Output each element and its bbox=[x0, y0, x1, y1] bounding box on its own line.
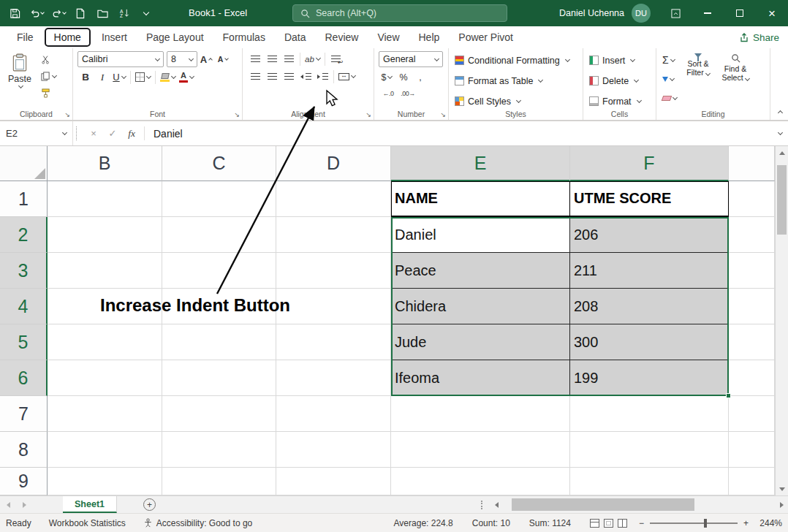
font-color-button[interactable]: A bbox=[178, 69, 195, 85]
cell-D5[interactable] bbox=[276, 324, 391, 360]
cell-blank-1[interactable] bbox=[729, 181, 775, 217]
row-header-9[interactable]: 9 bbox=[0, 468, 48, 495]
cell-blank-7[interactable] bbox=[729, 396, 775, 432]
hscroll-left-button[interactable] bbox=[490, 496, 503, 513]
ribbon-tab-insert[interactable]: Insert bbox=[92, 26, 137, 48]
normal-view-button[interactable] bbox=[590, 519, 599, 528]
italic-button[interactable]: I bbox=[94, 69, 110, 85]
ribbon-tab-help[interactable]: Help bbox=[409, 26, 450, 48]
undo-button[interactable] bbox=[26, 3, 47, 23]
vscroll-thumb[interactable] bbox=[777, 165, 787, 235]
row-header-7[interactable]: 7 bbox=[0, 396, 48, 432]
cell-D8[interactable] bbox=[276, 432, 391, 468]
merge-center-button[interactable] bbox=[337, 69, 357, 84]
new-file-button[interactable] bbox=[70, 3, 91, 23]
cell-C1[interactable] bbox=[162, 181, 276, 217]
cell-E4[interactable]: Chidera bbox=[391, 289, 570, 324]
ribbon-tab-formulas[interactable]: Formulas bbox=[213, 26, 275, 48]
sort-filter-button[interactable]: Sort & Filter bbox=[681, 51, 716, 107]
cell-blank-8[interactable] bbox=[729, 432, 775, 468]
cell-B3[interactable] bbox=[48, 253, 162, 289]
customize-quick-access-button[interactable] bbox=[136, 3, 156, 23]
zoom-slider-thumb[interactable] bbox=[704, 519, 707, 528]
vscroll-down-button[interactable] bbox=[776, 482, 788, 495]
close-button[interactable]: × bbox=[756, 0, 788, 26]
ribbon-tab-data[interactable]: Data bbox=[275, 26, 316, 48]
cell-B5[interactable] bbox=[48, 324, 162, 360]
cell-blank-3[interactable] bbox=[729, 253, 775, 289]
formula-bar-expand-button[interactable] bbox=[770, 121, 788, 145]
underline-button[interactable]: U bbox=[111, 69, 127, 85]
zoom-in-button[interactable]: + bbox=[743, 518, 749, 528]
formula-input[interactable]: Daniel bbox=[148, 128, 770, 140]
fill-button[interactable] bbox=[661, 70, 678, 88]
cell-blank-6[interactable] bbox=[729, 360, 775, 396]
format-painter-button[interactable] bbox=[39, 85, 61, 101]
insert-cells-button[interactable]: Insert bbox=[588, 51, 651, 69]
cell-E2[interactable]: Daniel bbox=[391, 217, 570, 253]
cell-blank-4[interactable] bbox=[729, 289, 775, 324]
cell-E7[interactable] bbox=[391, 396, 570, 432]
cell-C3[interactable] bbox=[162, 253, 276, 289]
collapse-ribbon-button[interactable] bbox=[776, 106, 782, 117]
cell-C5[interactable] bbox=[162, 324, 276, 360]
cell-B7[interactable] bbox=[48, 396, 162, 432]
column-header-B[interactable]: B bbox=[48, 146, 162, 181]
scrollbar-resize-handle[interactable] bbox=[481, 501, 485, 509]
ribbon-tab-page-layout[interactable]: Page Layout bbox=[137, 26, 213, 48]
cell-D6[interactable] bbox=[276, 360, 391, 396]
cell-F4[interactable]: 208 bbox=[570, 289, 729, 324]
cell-C9[interactable] bbox=[162, 468, 276, 495]
cell-B2[interactable] bbox=[48, 217, 162, 253]
cancel-button[interactable]: × bbox=[84, 121, 103, 145]
increase-indent-button[interactable] bbox=[314, 69, 330, 84]
cut-button[interactable] bbox=[39, 51, 61, 67]
column-header-blank[interactable] bbox=[729, 146, 775, 181]
increase-font-size-button[interactable]: A bbox=[198, 52, 214, 67]
cell-E9[interactable] bbox=[391, 468, 570, 495]
row-header-5[interactable]: 5 bbox=[0, 324, 48, 360]
clipboard-dialog-launcher[interactable]: ↘ bbox=[64, 112, 70, 118]
decrease-indent-button[interactable] bbox=[298, 69, 314, 84]
cell-F2[interactable]: 206 bbox=[570, 217, 729, 253]
cell-F9[interactable] bbox=[570, 468, 729, 495]
save-button[interactable] bbox=[4, 3, 25, 23]
zoom-level[interactable]: 244% bbox=[754, 518, 782, 528]
search-box[interactable]: Search (Alt+Q) bbox=[292, 4, 507, 22]
increase-decimal-button[interactable]: ←.0 bbox=[379, 87, 398, 100]
find-select-button[interactable]: Find & Select bbox=[718, 51, 753, 107]
column-header-C[interactable]: C bbox=[162, 146, 276, 181]
paste-button[interactable]: Paste bbox=[4, 51, 35, 101]
autosum-button[interactable]: Σ bbox=[661, 51, 678, 69]
column-header-E[interactable]: E bbox=[391, 146, 570, 181]
page-layout-view-button[interactable] bbox=[604, 519, 613, 528]
cell-blank-2[interactable] bbox=[729, 217, 775, 253]
cell-F3[interactable]: 211 bbox=[570, 253, 729, 289]
accessibility-status[interactable]: Accessibility: Good to go bbox=[143, 518, 252, 528]
sheet-tab-sheet1[interactable]: Sheet1 bbox=[63, 496, 117, 513]
ribbon-tab-view[interactable]: View bbox=[368, 26, 409, 48]
cell-F8[interactable] bbox=[570, 432, 729, 468]
cell-D4[interactable] bbox=[276, 289, 391, 324]
cell-D2[interactable] bbox=[276, 217, 391, 253]
decrease-decimal-button[interactable]: .00→ bbox=[398, 87, 417, 100]
orientation-button[interactable]: ab bbox=[303, 51, 322, 66]
align-left-button[interactable] bbox=[247, 69, 263, 84]
number-format-combobox[interactable]: General bbox=[379, 51, 443, 67]
redo-button[interactable] bbox=[48, 3, 69, 23]
zoom-slider[interactable] bbox=[650, 522, 738, 524]
hscroll-right-button[interactable] bbox=[775, 496, 788, 513]
format-as-table-button[interactable]: Format as Table bbox=[453, 72, 578, 90]
cell-E8[interactable] bbox=[391, 432, 570, 468]
bold-button[interactable]: B bbox=[77, 69, 94, 85]
sheet-nav-left-button[interactable] bbox=[0, 496, 16, 513]
delete-cells-button[interactable]: Delete bbox=[588, 72, 651, 90]
font-dialog-launcher[interactable]: ↘ bbox=[234, 112, 240, 118]
cell-E5[interactable]: Jude bbox=[391, 324, 570, 360]
row-header-6[interactable]: 6 bbox=[0, 360, 48, 396]
vertical-scrollbar[interactable] bbox=[775, 146, 788, 495]
column-header-F[interactable]: F bbox=[570, 146, 729, 181]
workbook-statistics-button[interactable]: Workbook Statistics bbox=[49, 518, 126, 528]
align-center-button[interactable] bbox=[264, 69, 280, 84]
user-avatar[interactable]: DU bbox=[632, 4, 651, 23]
